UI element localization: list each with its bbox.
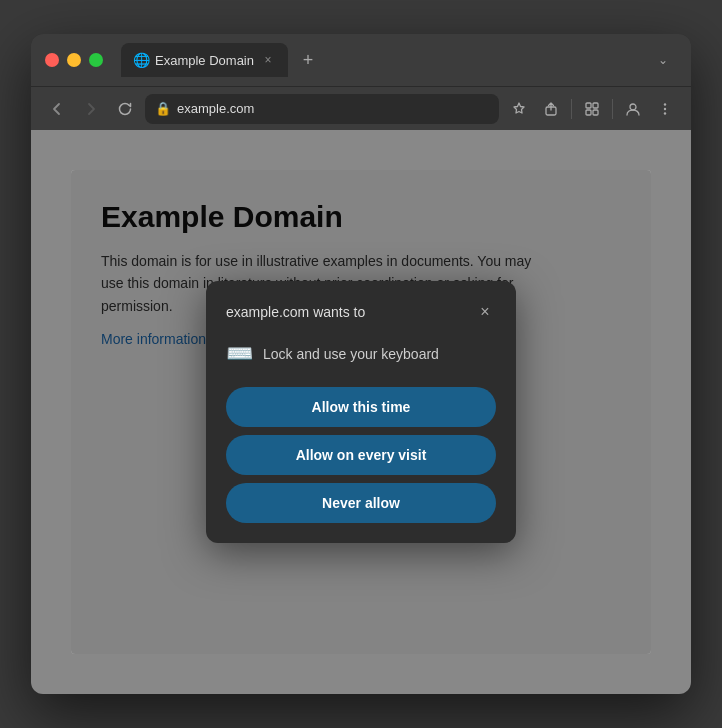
svg-rect-1 (586, 103, 591, 108)
traffic-lights (45, 53, 103, 67)
puzzle-icon (584, 101, 600, 117)
bookmark-icon[interactable] (505, 95, 533, 123)
menu-icon[interactable] (651, 95, 679, 123)
keyboard-icon: ⌨️ (226, 341, 253, 367)
site-info-icon[interactable]: 🔒 (155, 101, 171, 116)
tab-dropdown-button[interactable]: ⌄ (649, 46, 677, 74)
dots-icon (657, 101, 673, 117)
toolbar-divider-2 (612, 99, 613, 119)
back-button[interactable] (43, 95, 71, 123)
address-bar[interactable]: 🔒 example.com (145, 94, 499, 124)
toolbar: 🔒 example.com (31, 86, 691, 130)
title-bar: 🌐 Example Domain × + ⌄ (31, 34, 691, 86)
tab-favicon-icon: 🌐 (133, 52, 149, 68)
tab-title: Example Domain (155, 53, 254, 68)
browser-window: 🌐 Example Domain × + ⌄ 🔒 example (31, 34, 691, 694)
minimize-button[interactable] (67, 53, 81, 67)
svg-point-7 (664, 107, 666, 109)
dialog-icon-row: ⌨️ Lock and use your keyboard (226, 337, 496, 371)
never-allow-button[interactable]: Never allow (226, 483, 496, 523)
back-icon (49, 101, 65, 117)
upload-icon (543, 101, 559, 117)
toolbar-divider (571, 99, 572, 119)
url-text: example.com (177, 101, 489, 116)
star-icon (511, 101, 527, 117)
extensions-icon[interactable] (578, 95, 606, 123)
svg-rect-4 (593, 110, 598, 115)
forward-button[interactable] (77, 95, 105, 123)
dialog-header: example.com wants to × (226, 301, 496, 323)
svg-point-8 (664, 112, 666, 114)
forward-icon (83, 101, 99, 117)
new-tab-button[interactable]: + (294, 46, 322, 74)
active-tab[interactable]: 🌐 Example Domain × (121, 43, 288, 77)
toolbar-right-icons (505, 95, 679, 123)
allow-this-time-button[interactable]: Allow this time (226, 387, 496, 427)
modal-overlay: example.com wants to × ⌨️ Lock and use y… (71, 170, 651, 654)
allow-every-visit-button[interactable]: Allow on every visit (226, 435, 496, 475)
tab-close-button[interactable]: × (260, 52, 276, 68)
svg-point-6 (664, 103, 666, 105)
permission-dialog: example.com wants to × ⌨️ Lock and use y… (206, 281, 516, 543)
tab-bar: 🌐 Example Domain × + ⌄ (121, 43, 677, 77)
page-content-area: Example Domain This domain is for use in… (31, 130, 691, 694)
dialog-close-button[interactable]: × (474, 301, 496, 323)
dialog-title: example.com wants to (226, 304, 365, 320)
profile-icon[interactable] (619, 95, 647, 123)
reload-icon (117, 101, 133, 117)
svg-point-5 (630, 104, 636, 110)
share-icon[interactable] (537, 95, 565, 123)
page-inner: Example Domain This domain is for use in… (71, 170, 651, 654)
maximize-button[interactable] (89, 53, 103, 67)
dialog-permission-text: Lock and use your keyboard (263, 346, 439, 362)
svg-rect-2 (593, 103, 598, 108)
user-icon (625, 101, 641, 117)
close-button[interactable] (45, 53, 59, 67)
svg-rect-3 (586, 110, 591, 115)
reload-button[interactable] (111, 95, 139, 123)
